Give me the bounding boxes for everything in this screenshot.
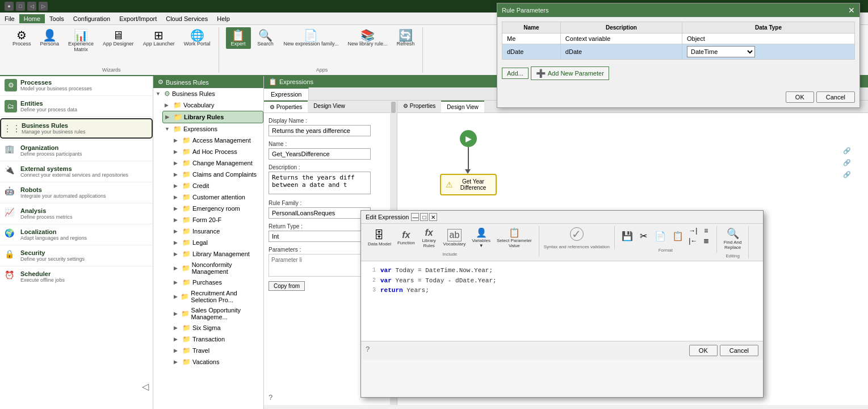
- tree-item-six-sigma[interactable]: ▶ 📁 Six Sigma: [171, 322, 263, 333]
- find-replace-button[interactable]: 🔍 Find AndReplace: [722, 226, 744, 251]
- tree-item-nonconformity[interactable]: ▶ 📁 Nonconformity Management: [171, 260, 263, 277]
- get-year-difference-node[interactable]: ⚠ Get Year Difference: [440, 174, 497, 195]
- datatype-select[interactable]: DateTime Object Int String Boolean: [687, 46, 755, 57]
- connector-icon-2[interactable]: 🔗: [843, 159, 851, 166]
- tab-expression[interactable]: Expression: [264, 87, 309, 100]
- tree-item-emergency[interactable]: ▶ 📁 Emergency room: [171, 203, 263, 214]
- data-model-button[interactable]: 🗄 Data Model: [366, 228, 393, 248]
- rule-family-input[interactable]: [269, 207, 371, 219]
- tree-item-form20[interactable]: ▶ 📁 Form 20-F: [171, 214, 263, 226]
- tree-item-change[interactable]: ▶ 📁 Change Management: [171, 157, 263, 169]
- tree-item-adhoc[interactable]: ▶ 📁 Ad Hoc Process: [171, 146, 263, 157]
- indent-button[interactable]: →|: [687, 226, 699, 235]
- add-new-parameter-button[interactable]: ➕ Add New Parameter: [531, 66, 609, 80]
- tree-item-transaction[interactable]: ▶ 📁 Transaction: [171, 333, 263, 345]
- code-editor[interactable]: 1 var Today = DateTime.Now.Year; 2 var Y…: [361, 261, 763, 341]
- description-input[interactable]: [269, 172, 371, 194]
- tree-item-recruitment[interactable]: ▶ 📁 Recruitment And Selection Pro...: [171, 288, 263, 305]
- sidebar-item-analysis[interactable]: 📈 Analysis Define process metrics: [0, 204, 153, 223]
- menu-home[interactable]: Home: [19, 14, 45, 23]
- sidebar-item-entities[interactable]: 🗂 Entities Define your process data: [0, 97, 153, 115]
- minimize-button[interactable]: —: [411, 213, 419, 221]
- sidebar-item-robots[interactable]: 🤖 Robots Integrate your automated applic…: [0, 183, 153, 202]
- table-row[interactable]: Me Context variable Object: [502, 34, 855, 44]
- app-icon-3[interactable]: ◁: [27, 2, 36, 11]
- table-row-selected[interactable]: dDate dDate DateTime Object Int String B…: [502, 44, 855, 60]
- help-icon-edit[interactable]: ?: [366, 345, 370, 356]
- display-name-input[interactable]: [269, 125, 371, 136]
- connector-icon-3[interactable]: 🔗: [843, 171, 851, 178]
- menu-file[interactable]: File: [0, 14, 19, 23]
- save-format-button[interactable]: 💾: [619, 229, 635, 243]
- new-library-rule-button[interactable]: 📚 New library rule...: [344, 27, 391, 49]
- tree-item-expressions[interactable]: ▼ 📁 Expressions: [162, 123, 263, 135]
- vocabulary-button[interactable]: ab Vocabulary: [441, 228, 468, 248]
- function-button[interactable]: fx Function: [395, 229, 417, 247]
- menu-export-import[interactable]: Export/Import: [115, 14, 161, 23]
- tree-item-travel[interactable]: ▶ 📁 Travel: [171, 345, 263, 356]
- persona-button[interactable]: 👤 Persona: [37, 27, 63, 49]
- scroll-thumb[interactable]: [391, 102, 396, 113]
- expert-button[interactable]: 📋 Expert: [226, 27, 251, 49]
- add-button[interactable]: Add...: [502, 68, 529, 79]
- sidebar-collapse-button[interactable]: ◁: [142, 381, 149, 392]
- edit-ok-button[interactable]: OK: [689, 345, 718, 356]
- tree-item-purchases[interactable]: ▶ 📁 Purchases: [171, 277, 263, 288]
- tree-item-vacations[interactable]: ▶ 📁 Vacations: [171, 356, 263, 368]
- sidebar-item-business-rules[interactable]: ⋮⋮ Business Rules Manage your business r…: [0, 118, 153, 139]
- tree-item-sales[interactable]: ▶ 📁 Sales Opportunity Manageme...: [171, 305, 263, 322]
- menu-configuration[interactable]: Configuration: [69, 14, 115, 23]
- app-icon-4[interactable]: ▷: [39, 2, 48, 11]
- select-param-value-button[interactable]: 📋 Select ParameterValue: [494, 226, 534, 249]
- sidebar-item-processes[interactable]: ⚙ Processes Model your business processe…: [0, 76, 153, 94]
- tree-item-credit[interactable]: ▶ 📁 Credit: [171, 180, 263, 191]
- tree-item-vocabulary[interactable]: ▶ 📁 Vocabulary: [162, 99, 263, 111]
- tree-item-library-rules[interactable]: ▶ 📁 Library Rules: [162, 111, 263, 123]
- app-designer-button[interactable]: 🖥 App Designer: [99, 27, 137, 49]
- library-rules-button[interactable]: fx LibraryRules: [419, 227, 439, 249]
- outdent-button[interactable]: |←: [687, 236, 699, 245]
- refresh-button[interactable]: 🔄 Refresh: [393, 27, 418, 49]
- new-expression-family-button[interactable]: 📄 New expression family...: [280, 27, 342, 49]
- validate-button[interactable]: ✓: [567, 226, 587, 242]
- sidebar-item-localization[interactable]: 🌍 Localization Adapt languages and regio…: [0, 226, 153, 244]
- maximize-button[interactable]: □: [420, 213, 428, 221]
- tree-item-business-rules[interactable]: ▼ ⚙ Business Rules: [153, 88, 263, 99]
- design-view-tab[interactable]: Design View: [308, 101, 350, 112]
- return-type-input[interactable]: [269, 231, 371, 242]
- paste-format-button[interactable]: 📋: [670, 229, 686, 243]
- start-node[interactable]: ▶: [460, 130, 477, 147]
- menu-tools[interactable]: Tools: [45, 14, 69, 23]
- edit-cancel-button[interactable]: Cancel: [720, 345, 758, 356]
- menu-cloud[interactable]: Cloud Services: [161, 14, 212, 23]
- menu-help[interactable]: Help: [212, 14, 234, 23]
- unformat-indent-button[interactable]: ≣: [701, 236, 712, 245]
- work-portal-button[interactable]: 🌐 Work Portal: [181, 27, 214, 49]
- properties-design-tab[interactable]: ⚙ Properties: [397, 101, 441, 112]
- app-icon-2[interactable]: □: [16, 2, 25, 11]
- sidebar-item-external[interactable]: 🔌 External systems Connect your external…: [0, 162, 153, 181]
- app-launcher-button[interactable]: ⊞ App Launcher: [140, 27, 178, 49]
- copy-format-button[interactable]: 📄: [652, 229, 668, 243]
- help-circle-icon[interactable]: ?: [269, 393, 272, 402]
- parameters-list[interactable]: Parameter li: [269, 254, 371, 277]
- search-button[interactable]: 🔍 Search: [253, 27, 278, 49]
- properties-tab[interactable]: ⚙ Properties: [264, 101, 308, 112]
- rule-params-ok-button[interactable]: OK: [786, 91, 814, 103]
- help-icon-props[interactable]: ?: [269, 393, 272, 402]
- experience-matrix-button[interactable]: 📊 ExperienceMatrix: [65, 27, 97, 55]
- tree-item-library-mgmt[interactable]: ▶ 📁 Library Management: [171, 248, 263, 260]
- close-button[interactable]: ✕: [429, 213, 437, 221]
- rule-params-close-button[interactable]: ✕: [848, 6, 855, 15]
- tree-item-access[interactable]: ▶ 📁 Access Management: [171, 135, 263, 146]
- process-button[interactable]: ⚙ Process: [9, 27, 35, 49]
- rule-params-cancel-button[interactable]: Cancel: [816, 91, 855, 103]
- tree-item-legal[interactable]: ▶ 📁 Legal: [171, 237, 263, 248]
- copy-from-button[interactable]: Copy from: [269, 281, 305, 291]
- name-input[interactable]: [269, 148, 371, 160]
- connector-icon-1[interactable]: 🔗: [843, 147, 851, 155]
- format-indent-button[interactable]: ≡: [701, 226, 712, 235]
- variables-button[interactable]: 👤 Variables▼: [469, 226, 493, 249]
- sidebar-item-scheduler[interactable]: ⏰ Scheduler Execute offline jobs: [0, 268, 153, 286]
- tree-item-claims[interactable]: ▶ 📁 Claims and Complaints: [171, 169, 263, 180]
